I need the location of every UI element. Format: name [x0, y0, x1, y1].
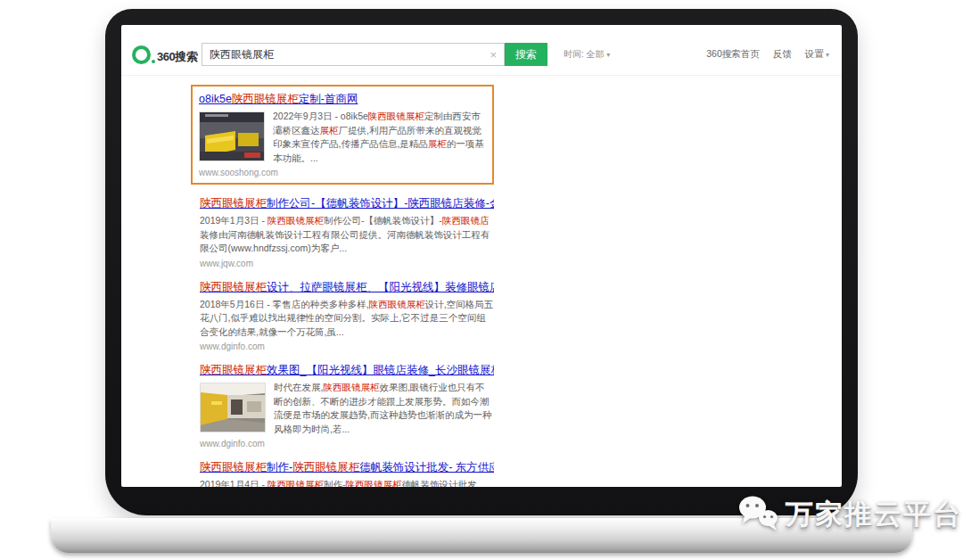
highlighted-keyword: 陕西眼镜展柜 [232, 93, 299, 105]
top-nav-item[interactable]: 反馈 [773, 48, 792, 61]
result-snippet: 2019年1月3日 - 陕西眼镜展柜制作公司-【德帆装饰设计】-陕西眼镜店装修由… [200, 214, 494, 256]
top-nav: 360搜索首页反馈设置 ▾ [706, 48, 829, 61]
text-segment: 2018年5月16日 - 零售店的种类多种多样, [200, 299, 369, 309]
text-segment: 制作- [324, 479, 346, 487]
result-title-link[interactable]: o8ik5e陕西眼镜展柜定制-首商网 [199, 92, 485, 107]
search-result: 陕西眼镜展柜制作公司-【德帆装饰设计】-陕西眼镜店装修-金泉网2019年1月3日… [200, 196, 494, 268]
text-segment: 装修由河南德帆装饰设计工程有限公司提供。河南德帆装饰设计工程有限公司(www.h… [200, 229, 490, 254]
search-header: 360搜索 陕西眼镜展柜 × 搜索 时间: 全部 ▾ 360搜索首页反馈设置 ▾ [121, 25, 842, 76]
result-title-link[interactable]: 陕西眼镜展柜设计、拉萨眼镜展柜、【阳光视线】装修眼镜店| 东... [200, 280, 494, 295]
search-query-text: 陕西眼镜展柜 [210, 47, 274, 62]
highlighted-keyword: 陕西眼镜展柜 [200, 281, 267, 293]
time-filter-dropdown[interactable]: 时间: 全部 ▾ [564, 48, 610, 61]
highlighted-keyword: 陕西眼镜展柜 [268, 479, 324, 487]
search-button[interactable]: 搜索 [505, 43, 547, 66]
highlighted-keyword: 展柜 [428, 138, 447, 149]
result-snippet: 2018年5月16日 - 零售店的种类多种多样,陕西眼镜展柜设计,空间格局五花八… [200, 298, 494, 340]
text-segment: o8ik5e [199, 93, 232, 105]
top-nav-item[interactable]: 360搜索首页 [706, 48, 760, 61]
logo-360-search[interactable]: 360搜索 [132, 45, 202, 64]
highlighted-keyword: 陕西眼镜展柜 [268, 215, 324, 226]
highlighted-keyword: 陕西眼镜展柜 [369, 299, 425, 309]
360-logo-dot-icon [152, 60, 155, 63]
top-nav-item[interactable]: 设置 ▾ [805, 48, 829, 61]
highlighted-keyword: 陕西眼镜展柜 [200, 364, 267, 376]
result-url: www.dginfo.com [200, 439, 494, 449]
result-url: www.dginfo.com [200, 342, 494, 351]
highlighted-keyword: 陕西眼镜展柜 [200, 461, 267, 474]
laptop-bezel: 360搜索 陕西眼镜展柜 × 搜索 时间: 全部 ▾ 360搜索首页反馈设置 ▾… [105, 9, 858, 515]
highlighted-keyword: 陕西眼镜店 [442, 215, 490, 226]
result-snippet: 2019年1月4日 - 陕西眼镜展柜制作-陕西眼镜展柜德帆装饰设计批发。眼镜店装… [200, 478, 494, 487]
highlighted-keyword: 陕西眼镜展柜 [368, 111, 424, 121]
text-segment: 效果图_【阳光视线】眼镜店装修_长沙眼镜展柜| 东... [267, 364, 494, 376]
result-url: www.sooshong.com [199, 168, 485, 177]
result-title-link[interactable]: 陕西眼镜展柜制作-陕西眼镜展柜德帆装饰设计批发- 东方供应商 [200, 460, 494, 475]
result-title-link[interactable]: 陕西眼镜展柜制作公司-【德帆装饰设计】-陕西眼镜店装修-金泉网 [200, 196, 494, 211]
search-input[interactable]: 陕西眼镜展柜 × [202, 43, 505, 66]
search-result: 陕西眼镜展柜设计、拉萨眼镜展柜、【阳光视线】装修眼镜店| 东...2018年5月… [200, 280, 494, 352]
text-segment: 制作公司-【德帆装饰设计】-陕西眼镜店装修-金泉网 [267, 197, 494, 210]
search-result-highlighted: o8ik5e陕西眼镜展柜定制-首商网2022年9月3日 - o8ik5e陕西眼镜… [191, 85, 494, 185]
text-segment: 设计、拉萨眼镜展柜、【阳光视线】装修眼镜店| 东... [267, 281, 494, 293]
watermark: 万家推云平台 [737, 494, 962, 535]
result-url: www.jqw.com [200, 259, 494, 268]
search-result: 陕西眼镜展柜制作-陕西眼镜展柜德帆装饰设计批发- 东方供应商2019年1月4日 … [200, 460, 494, 487]
chevron-down-icon: ▾ [824, 51, 829, 59]
time-filter-label: 时间: 全部 [564, 49, 605, 59]
text-segment: 制作公司-【德帆装饰设计】- [324, 215, 442, 226]
text-segment: 定制-首商网 [299, 93, 358, 105]
text-segment: 2022年9月3日 - o8ik5e [273, 111, 368, 121]
text-segment: 2019年1月3日 - [200, 215, 268, 226]
search-result: 陕西眼镜展柜效果图_【阳光视线】眼镜店装修_长沙眼镜展柜| 东...时代在发展,… [200, 363, 494, 449]
highlighted-keyword: 陕西眼镜展柜 [323, 382, 379, 392]
highlighted-keyword: 陕西眼镜展柜 [200, 197, 267, 210]
highlighted-keyword: 陕西眼镜展柜 [292, 461, 359, 474]
eyewear-store-interior-thumbnail[interactable] [200, 383, 266, 432]
highlighted-keyword: 陕西眼镜展柜 [345, 479, 401, 487]
laptop-mockup: 360搜索 陕西眼镜展柜 × 搜索 时间: 全部 ▾ 360搜索首页反馈设置 ▾… [0, 0, 963, 560]
search-results: o8ik5e陕西眼镜展柜定制-首商网2022年9月3日 - o8ik5e陕西眼镜… [200, 85, 494, 487]
highlighted-keyword: 展柜 [320, 125, 339, 136]
result-title-link[interactable]: 陕西眼镜展柜效果图_【阳光视线】眼镜店装修_长沙眼镜展柜| 东... [200, 363, 494, 378]
watermark-text: 万家推云平台 [786, 496, 962, 533]
text-segment: 时代在发展, [274, 382, 323, 392]
glasses-showroom-thumbnail[interactable] [199, 111, 265, 161]
360-logo-icon [132, 45, 151, 64]
text-segment: 德帆装饰设计批发- 东方供应商 [359, 461, 494, 474]
wechat-icon [737, 494, 779, 535]
clear-icon[interactable]: × [490, 48, 497, 62]
chevron-down-icon: ▾ [606, 51, 610, 59]
text-segment: 制作- [267, 461, 292, 474]
browser-screen: 360搜索 陕西眼镜展柜 × 搜索 时间: 全部 ▾ 360搜索首页反馈设置 ▾… [121, 25, 842, 487]
text-segment: 2019年1月4日 - [200, 479, 268, 487]
logo-text: 360搜索 [157, 51, 197, 62]
